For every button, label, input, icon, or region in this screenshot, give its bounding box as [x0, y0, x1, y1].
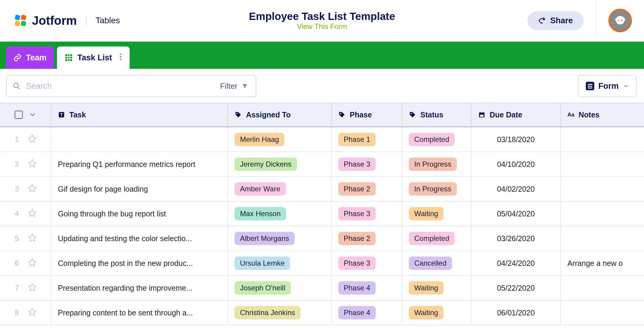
- cell-notes[interactable]: [561, 301, 644, 325]
- cell-status[interactable]: Completed: [402, 127, 472, 152]
- cell-assigned[interactable]: Amber Ware: [228, 177, 332, 201]
- svg-rect-6: [65, 54, 72, 61]
- cell-due[interactable]: 06/01/2020: [472, 301, 561, 325]
- cell-status[interactable]: In Progress: [402, 177, 472, 201]
- avatar[interactable]: [608, 9, 632, 32]
- cell-notes[interactable]: [561, 177, 644, 201]
- tag-icon: [409, 111, 416, 118]
- col-phase-label: Phase: [350, 110, 372, 119]
- assigned-tag: Jeremy Dickens: [235, 158, 297, 171]
- table-row[interactable]: 4Going through the bug report listMax He…: [0, 202, 644, 226]
- cell-notes[interactable]: [561, 226, 644, 251]
- row-select: 8: [0, 301, 51, 325]
- data-grid: T Task Assigned To Phase Status Due Date…: [0, 103, 644, 325]
- phase-tag: Phase 4: [338, 306, 376, 319]
- cell-notes[interactable]: Arrange a new o: [561, 251, 644, 275]
- cell-notes[interactable]: [561, 152, 644, 176]
- col-notes[interactable]: Aa Notes: [561, 103, 644, 126]
- cell-due[interactable]: 04/02/2020: [472, 177, 561, 201]
- share-button[interactable]: Share: [527, 11, 584, 30]
- col-notes-label: Notes: [579, 110, 599, 119]
- cell-phase[interactable]: Phase 3: [332, 152, 402, 176]
- tables-label[interactable]: Tables: [86, 16, 120, 25]
- cell-due[interactable]: 05/22/2020: [472, 276, 561, 300]
- cell-phase[interactable]: Phase 2: [332, 177, 402, 201]
- cell-assigned[interactable]: Christina Jenkins: [228, 301, 332, 325]
- cell-assigned[interactable]: Max Henson: [228, 202, 332, 226]
- cell-status[interactable]: In Progress: [402, 152, 472, 176]
- col-assigned[interactable]: Assigned To: [228, 103, 332, 126]
- star-button[interactable]: [28, 134, 37, 145]
- cell-due[interactable]: 03/26/2020: [472, 226, 561, 251]
- cell-task[interactable]: Preparing content to be sent through a..…: [51, 301, 228, 325]
- col-phase[interactable]: Phase: [332, 103, 402, 126]
- cell-task[interactable]: Gif design for page loading: [51, 177, 228, 201]
- cell-notes[interactable]: [561, 276, 644, 300]
- svg-rect-23: [480, 115, 484, 117]
- cell-due[interactable]: 03/18/2020: [472, 127, 561, 152]
- table-row[interactable]: 8Preparing content to be sent through a.…: [0, 301, 644, 325]
- header-right: Share: [527, 0, 632, 41]
- cell-notes[interactable]: [561, 127, 644, 152]
- cell-due[interactable]: 05/04/2020: [472, 202, 561, 226]
- col-due[interactable]: Due Date: [472, 103, 561, 126]
- status-tag: Waiting: [409, 306, 444, 319]
- page-title: Employee Task List Template: [249, 10, 395, 22]
- table-row[interactable]: 2Preparing Q1 performance metrics report…: [0, 152, 644, 177]
- cell-due[interactable]: 04/24/2020: [472, 251, 561, 275]
- cell-status[interactable]: Waiting: [402, 276, 472, 300]
- cell-assigned[interactable]: Merlin Haag: [228, 127, 332, 152]
- table-row[interactable]: 5Updating and testing the color selectio…: [0, 226, 644, 251]
- search-icon: [13, 82, 21, 90]
- cell-phase[interactable]: Phase 1: [332, 127, 402, 152]
- cell-assigned[interactable]: Jeremy Dickens: [228, 152, 332, 176]
- view-form-link[interactable]: View This Form: [297, 22, 347, 30]
- col-task[interactable]: T Task: [51, 103, 228, 126]
- star-button[interactable]: [28, 233, 37, 244]
- cell-phase[interactable]: Phase 3: [332, 251, 402, 275]
- star-button[interactable]: [28, 208, 37, 219]
- cell-task[interactable]: Going through the bug report list: [51, 202, 228, 226]
- filter-button[interactable]: Filter: [212, 75, 256, 97]
- star-button[interactable]: [28, 184, 37, 194]
- logo-text: Jotform: [32, 14, 77, 27]
- cell-phase[interactable]: Phase 4: [332, 301, 402, 325]
- table-row[interactable]: 1Merlin HaagPhase 1Completed03/18/2020: [0, 127, 644, 152]
- cell-task[interactable]: Completing the post in the new produc...: [51, 251, 228, 275]
- star-button[interactable]: [28, 258, 37, 269]
- cell-phase[interactable]: Phase 3: [332, 202, 402, 226]
- cell-phase[interactable]: Phase 4: [332, 276, 402, 300]
- star-button[interactable]: [28, 283, 37, 293]
- cell-notes[interactable]: [561, 202, 644, 226]
- col-status[interactable]: Status: [402, 103, 472, 126]
- cell-status[interactable]: Completed: [402, 226, 472, 251]
- select-all-checkbox[interactable]: [14, 110, 23, 119]
- table-row[interactable]: 3Gif design for page loadingAmber WarePh…: [0, 177, 644, 202]
- table-row[interactable]: 6Completing the post in the new produc..…: [0, 251, 644, 276]
- text-icon: T: [58, 111, 65, 118]
- cell-assigned[interactable]: Joseph O'neill: [228, 276, 332, 300]
- form-button[interactable]: Form: [578, 75, 637, 97]
- cell-phase[interactable]: Phase 2: [332, 226, 402, 251]
- cell-status[interactable]: Cancelled: [402, 251, 472, 275]
- svg-rect-1: [21, 14, 27, 21]
- star-button[interactable]: [28, 307, 37, 318]
- table-row[interactable]: 7Presentation regarding the improveme...…: [0, 276, 644, 301]
- cell-task[interactable]: Updating and testing the color selectio.…: [51, 226, 228, 251]
- tab-team[interactable]: Team: [6, 46, 54, 69]
- search-box[interactable]: [6, 75, 215, 97]
- star-button[interactable]: [28, 159, 37, 170]
- cell-due[interactable]: 04/10/2020: [472, 152, 561, 176]
- cell-assigned[interactable]: Albert Morgans: [228, 226, 332, 251]
- cell-status[interactable]: Waiting: [402, 202, 472, 226]
- chevron-down-icon[interactable]: [29, 111, 36, 118]
- cell-task[interactable]: Presentation regarding the improveme...: [51, 276, 228, 300]
- tab-menu-button[interactable]: [116, 53, 125, 63]
- tab-tasklist[interactable]: Task List: [57, 46, 130, 69]
- cell-task[interactable]: Preparing Q1 performance metrics report: [51, 152, 228, 176]
- logo[interactable]: Jotform: [13, 13, 77, 28]
- cell-assigned[interactable]: Ursula Lemke: [228, 251, 332, 275]
- cell-task[interactable]: [51, 127, 228, 152]
- cell-status[interactable]: Waiting: [402, 301, 472, 325]
- search-input[interactable]: [26, 81, 209, 91]
